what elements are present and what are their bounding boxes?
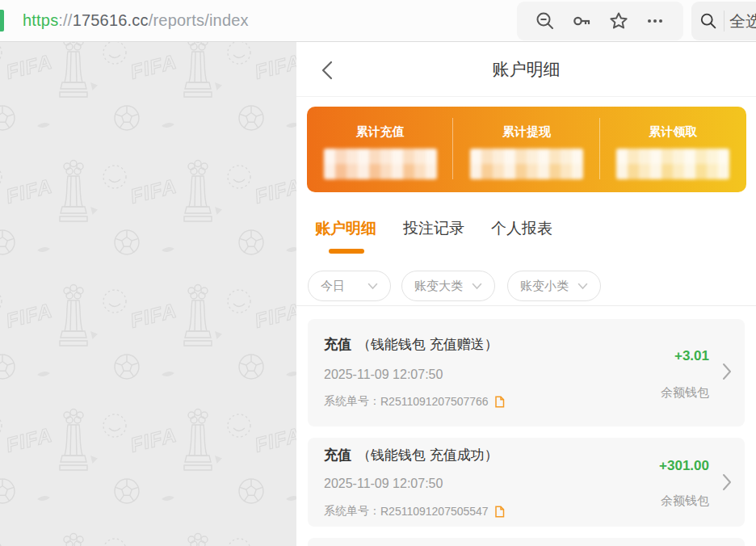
copy-icon[interactable]	[494, 505, 505, 518]
record-order-row: 系统单号：R2511091207505547	[324, 504, 505, 519]
filter-label: 账变小类	[520, 279, 569, 294]
screen: https://175616.cc/reports/index 全选	[0, 0, 756, 546]
url-host: 175616.cc	[73, 11, 149, 30]
order-number: R2511091207505547	[380, 505, 489, 518]
browser-address-bar: https://175616.cc/reports/index 全选	[0, 0, 756, 42]
stat-value-redacted	[470, 149, 583, 179]
record-detail: （钱能钱包 充值成功）	[357, 447, 498, 463]
stat-total-withdraw: 累计提现	[453, 107, 599, 192]
record-type: 充值	[324, 337, 351, 352]
more-menu-icon[interactable]	[645, 10, 666, 32]
chevron-right-icon[interactable]	[722, 473, 732, 494]
record-list: 充值（钱能钱包 充值赠送） 2025-11-09 12:07:50 系统单号：R…	[308, 319, 745, 546]
search-icon	[699, 11, 717, 31]
tab-account-detail[interactable]: 账户明细	[315, 218, 376, 239]
url-path: /reports/index	[149, 11, 249, 30]
stat-total-claimed: 累计领取	[600, 107, 746, 192]
record-card[interactable]: 充值（钱能钱包 充值赠送） 2025-11-09 12:07:50 系统单号：R…	[308, 319, 745, 426]
filter-bar: 今日 账变大类 账变小类	[308, 271, 601, 301]
active-tab-underline	[329, 249, 364, 254]
fifa-pattern-art: FIFA	[0, 42, 296, 546]
record-datetime: 2025-11-09 12:07:50	[324, 368, 443, 382]
order-number: R2511091207507766	[380, 395, 489, 408]
stat-label: 累计提现	[502, 124, 551, 140]
url-field[interactable]: https://175616.cc/reports/index	[23, 0, 249, 41]
record-wallet: 余额钱包	[661, 385, 709, 401]
search-label: 全选	[729, 10, 756, 32]
page-title: 账户明细	[296, 42, 756, 97]
record-wallet: 余额钱包	[661, 494, 709, 509]
filter-label: 今日	[321, 279, 345, 294]
url-scheme: https	[23, 11, 58, 30]
filter-label: 账变大类	[414, 279, 463, 294]
record-amount: +3.01	[674, 348, 709, 364]
url-separator: ://	[58, 11, 72, 30]
section-divider	[296, 305, 756, 306]
favicon-partial-icon	[0, 10, 4, 32]
stat-label: 累计充值	[356, 124, 405, 140]
browser-search-box[interactable]: 全选	[691, 2, 756, 40]
tab-bar: 账户明细 投注记录 个人报表	[315, 218, 552, 239]
bookmark-star-icon[interactable]	[608, 10, 629, 32]
copy-icon[interactable]	[494, 395, 505, 408]
record-title: 充值（钱能钱包 充值成功）	[324, 446, 498, 464]
tab-personal-report[interactable]: 个人报表	[491, 218, 552, 239]
background-pattern: FIFA	[0, 42, 296, 546]
filter-date-dropdown[interactable]: 今日	[308, 271, 391, 301]
record-detail: （钱能钱包 充值赠送）	[357, 337, 498, 352]
chevron-down-icon	[472, 283, 482, 290]
record-type: 充值	[324, 447, 351, 463]
record-datetime: 2025-11-09 12:07:50	[324, 477, 443, 491]
stat-value-redacted	[324, 149, 437, 179]
record-order-row: 系统单号：R2511091207507766	[324, 394, 505, 409]
chevron-right-icon[interactable]	[722, 363, 732, 384]
tab-bet-records[interactable]: 投注记录	[403, 218, 464, 239]
account-detail-page: 账户明细 累计充值 累计提现 累计领取 账户明细 投注记录 个人报表	[296, 42, 756, 546]
stat-value-redacted	[616, 149, 729, 179]
record-amount: +301.00	[659, 458, 709, 474]
stat-label: 累计领取	[649, 124, 697, 140]
record-card-partial[interactable]	[308, 538, 745, 546]
zoom-out-icon[interactable]	[535, 10, 556, 32]
record-card[interactable]: 充值（钱能钱包 充值成功） 2025-11-09 12:07:50 系统单号：R…	[308, 438, 745, 527]
record-title: 充值（钱能钱包 充值赠送）	[324, 335, 498, 354]
chevron-down-icon	[578, 283, 588, 290]
totals-card: 累计充值 累计提现 累计领取	[307, 107, 746, 192]
page-header: 账户明细	[296, 42, 756, 97]
key-icon[interactable]	[571, 10, 592, 32]
filter-major-category-dropdown[interactable]: 账变大类	[401, 271, 495, 301]
search-divider	[724, 10, 724, 32]
order-label: 系统单号：	[324, 394, 380, 409]
browser-toolbar-icons	[517, 2, 683, 40]
chevron-down-icon	[368, 283, 378, 290]
filter-minor-category-dropdown[interactable]: 账变小类	[507, 271, 601, 301]
order-label: 系统单号：	[324, 504, 380, 519]
stat-total-deposit: 累计充值	[307, 107, 453, 192]
